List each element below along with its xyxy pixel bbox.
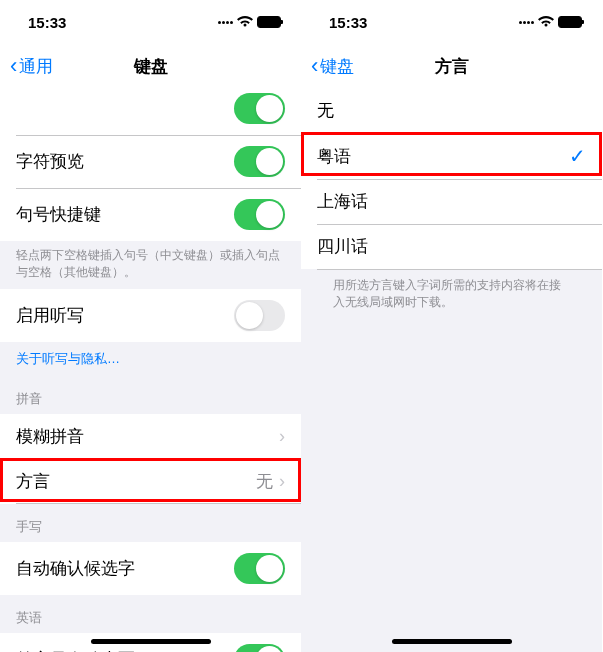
toggle-switch[interactable]	[234, 146, 285, 177]
footer-text: 轻点两下空格键插入句号（中文键盘）或插入句点与空格（其他键盘）。	[0, 241, 301, 289]
status-bar: 15:33	[301, 0, 602, 44]
row-label: 方言	[16, 470, 50, 493]
char-preview-row[interactable]: 字符预览	[0, 135, 301, 188]
back-label: 键盘	[320, 55, 354, 78]
row-label: 无	[317, 99, 334, 122]
status-time: 15:33	[28, 14, 66, 31]
enable-dictation-row[interactable]: 启用听写	[0, 289, 301, 342]
chevron-right-icon: ›	[279, 426, 285, 447]
page-title: 键盘	[134, 55, 168, 78]
nav-bar: ‹ 键盘 方言	[301, 44, 602, 88]
status-time: 15:33	[329, 14, 367, 31]
back-button[interactable]: ‹ 键盘	[311, 55, 354, 78]
row-label: 粤语	[317, 145, 351, 168]
toggle-switch[interactable]	[234, 644, 285, 652]
battery-icon	[257, 16, 281, 28]
dialect-option-cantonese[interactable]: 粤语 ✓	[301, 133, 602, 179]
row-label: 首字母自动大写	[16, 648, 135, 652]
wifi-icon	[538, 16, 554, 28]
chevron-right-icon: ›	[279, 471, 285, 492]
back-button[interactable]: ‹ 通用	[10, 55, 53, 78]
dialect-row[interactable]: 方言 无 ›	[0, 459, 301, 504]
section-header-pinyin: 拼音	[0, 376, 301, 414]
dialect-option-none[interactable]: 无	[301, 88, 602, 133]
chevron-left-icon: ‹	[311, 55, 318, 77]
wifi-icon	[237, 16, 253, 28]
toggle-switch[interactable]	[234, 553, 285, 584]
signal-icon	[519, 21, 534, 24]
status-icons	[519, 16, 582, 28]
row-label: 上海话	[317, 190, 368, 213]
row-label: 模糊拼音	[16, 425, 84, 448]
row-label: 启用听写	[16, 304, 84, 327]
fuzzy-pinyin-row[interactable]: 模糊拼音 ›	[0, 414, 301, 459]
row-label: 四川话	[317, 235, 368, 258]
section-header-handwriting: 手写	[0, 504, 301, 542]
signal-icon	[218, 21, 233, 24]
toggle-switch[interactable]	[234, 93, 285, 124]
toggle-switch[interactable]	[234, 300, 285, 331]
row-value: 无	[256, 470, 273, 493]
section-header-english: 英语	[0, 595, 301, 633]
nav-bar: ‹ 通用 键盘	[0, 44, 301, 88]
status-bar: 15:33	[0, 0, 301, 44]
dialect-option-sichuanese[interactable]: 四川话	[301, 224, 602, 269]
back-label: 通用	[19, 55, 53, 78]
row-label: 句号快捷键	[16, 203, 101, 226]
row-label: 字符预览	[16, 150, 84, 173]
toggle-switch[interactable]	[234, 199, 285, 230]
battery-icon	[558, 16, 582, 28]
dialect-option-shanghainese[interactable]: 上海话	[301, 179, 602, 224]
chevron-left-icon: ‹	[10, 55, 17, 77]
checkmark-icon: ✓	[569, 144, 586, 168]
period-shortcut-row[interactable]: 句号快捷键	[0, 188, 301, 241]
privacy-link[interactable]: 关于听写与隐私…	[0, 342, 301, 376]
auto-confirm-row[interactable]: 自动确认候选字	[0, 542, 301, 595]
home-indicator[interactable]	[91, 639, 211, 644]
page-title: 方言	[435, 55, 469, 78]
footer-text: 用所选方言键入字词所需的支持内容将在接入无线局域网时下载。	[301, 269, 602, 319]
status-icons	[218, 16, 281, 28]
home-indicator[interactable]	[392, 639, 512, 644]
row-label: 自动确认候选字	[16, 557, 135, 580]
partial-row[interactable]	[0, 88, 301, 135]
